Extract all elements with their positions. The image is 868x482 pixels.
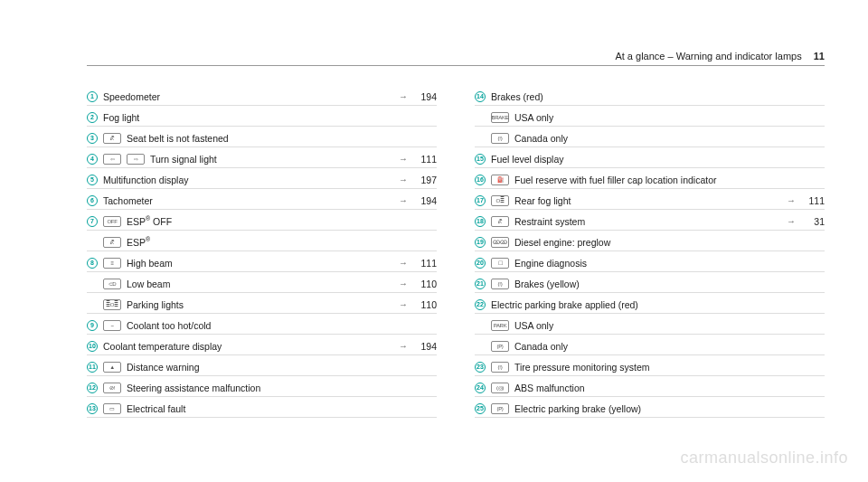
page-ref: →197 (399, 175, 437, 185)
list-item: BRAKEUSA only (475, 109, 825, 127)
page-ref-number: 194 (411, 341, 437, 352)
indicator-icon: ⛐ (103, 237, 121, 248)
item-number: 2 (87, 112, 98, 123)
page-ref: →31 (787, 216, 825, 227)
item-number: 19 (475, 237, 486, 248)
item-label: Multifunction display (103, 175, 393, 185)
item-label: Electric parking brake (yellow) (514, 403, 819, 414)
list-item: 13▭Electrical fault (87, 401, 437, 418)
item-label: Distance warning (127, 362, 431, 373)
item-label: Coolant temperature display (103, 341, 393, 352)
item-label: Steering assistance malfunction (127, 383, 431, 393)
item-label: Parking lights (127, 299, 393, 310)
item-label: ESP® OFF (127, 215, 431, 227)
list-item: 4⇦⇨Turn signal light→111 (87, 151, 437, 168)
item-number: 10 (87, 341, 98, 352)
indicator-icon: ☐ (491, 258, 509, 269)
indicator-icon: ▭ (103, 403, 121, 414)
item-number: 12 (87, 383, 98, 393)
list-item: 22Electric parking brake applied (red) (475, 297, 825, 314)
item-number: 25 (475, 403, 486, 414)
page-ref: →194 (399, 91, 437, 102)
item-label: Electric parking brake applied (red) (491, 299, 819, 310)
item-number: 17 (475, 195, 486, 206)
item-label: Tachometer (103, 195, 393, 206)
item-label: Seat belt is not fastened (127, 133, 431, 144)
item-label: Turn signal light (150, 154, 393, 165)
arrow-icon: → (787, 216, 796, 226)
item-number: 1 (87, 91, 98, 102)
arrow-icon: → (399, 279, 408, 288)
item-label: Canada only (514, 133, 819, 144)
indicator-icon: (!) (491, 279, 509, 289)
list-item: 5Multifunction display→197 (87, 172, 437, 189)
item-label: ESP® (127, 236, 431, 248)
item-label: Fuel reserve with fuel filler cap locati… (514, 175, 819, 185)
list-item: 8≡High beam→111 (87, 255, 437, 272)
content-columns: 1Speedometer→1942Fog light3⛐Seat belt is… (87, 89, 825, 418)
arrow-icon: → (399, 154, 408, 164)
item-label: USA only (514, 112, 819, 123)
column-right: 14Brakes (red)BRAKEUSA only(!)Canada onl… (475, 89, 825, 418)
item-number: 11 (87, 362, 98, 373)
indicator-icon: ≣O≣ (103, 299, 121, 310)
list-item: ⊂DLow beam→110 (87, 276, 437, 293)
item-label: Low beam (127, 279, 393, 289)
item-label: Tire pressure monitoring system (514, 362, 819, 373)
indicator-icon: (P) (491, 341, 509, 352)
indicator-icon: OFF (103, 216, 121, 227)
arrow-icon: → (399, 175, 408, 184)
section-title: At a glance – Warning and indicator lamp… (615, 51, 801, 61)
item-number: 7 (87, 216, 98, 227)
item-number: 14 (475, 91, 486, 102)
item-label: Canada only (514, 341, 819, 352)
item-label: Brakes (red) (491, 91, 819, 102)
list-item: 10Coolant temperature display→194 (87, 338, 437, 355)
list-item: 9~Coolant too hot/cold (87, 317, 437, 335)
item-label: Rear fog light (514, 195, 781, 206)
list-item: 11▲Distance warning (87, 359, 437, 376)
list-item: 17O≣Rear fog light→111 (475, 193, 825, 210)
list-item: 15Fuel level display (475, 151, 825, 168)
item-label: Fuel level display (491, 154, 819, 165)
item-number: 15 (475, 154, 486, 165)
indicator-icon: (!) (491, 133, 509, 144)
list-item: 24(◎)ABS malfunction (475, 380, 825, 397)
indicator-icon: BRAKE (491, 112, 509, 123)
list-item: 16⛽Fuel reserve with fuel filler cap loc… (475, 172, 825, 189)
indicator-icon: ▲ (103, 362, 121, 373)
indicator-icon: ⛐ (103, 133, 121, 144)
item-number: 24 (475, 383, 486, 393)
item-label: Speedometer (103, 91, 393, 102)
indicator-icon: (◎) (491, 383, 509, 393)
item-number: 13 (87, 403, 98, 414)
item-label: Fog light (103, 112, 431, 123)
item-number: 3 (87, 133, 98, 144)
item-label: Engine diagnosis (514, 258, 819, 269)
list-item: 19ꙬꙬDiesel engine: preglow (475, 234, 825, 251)
arrow-icon: → (399, 341, 408, 351)
list-item: 7OFFESP® OFF (87, 213, 437, 231)
item-number: 6 (87, 195, 98, 206)
column-left: 1Speedometer→1942Fog light3⛐Seat belt is… (87, 89, 437, 418)
page-ref-number: 111 (799, 195, 825, 206)
list-item: 20☐Engine diagnosis (475, 255, 825, 272)
page-ref-number: 111 (411, 154, 437, 165)
page-number: 11 (814, 51, 825, 61)
item-label: Restraint system (514, 216, 781, 227)
list-item: 21(!)Brakes (yellow) (475, 276, 825, 293)
list-item: (P)Canada only (475, 338, 825, 355)
page-ref-number: 197 (411, 175, 437, 185)
indicator-icon: ~ (103, 320, 121, 331)
indicator-icon: PARK (491, 320, 509, 331)
indicator-icon: ⇦ (103, 154, 121, 165)
indicator-icon: O≣ (491, 195, 509, 206)
item-number: 18 (475, 216, 486, 227)
page-ref-number: 110 (411, 279, 437, 289)
list-item: 6Tachometer→194 (87, 193, 437, 210)
item-number: 23 (475, 362, 486, 373)
item-label: Brakes (yellow) (514, 279, 819, 289)
item-number: 8 (87, 258, 98, 269)
item-label: High beam (127, 258, 393, 269)
item-label: Electrical fault (127, 403, 431, 414)
